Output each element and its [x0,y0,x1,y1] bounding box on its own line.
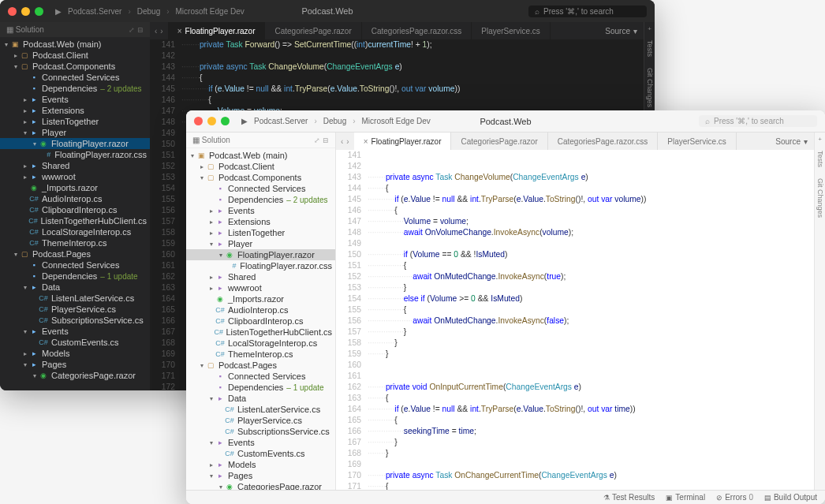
tree-item[interactable]: ▪Dependencies– 1 update [186,382,335,393]
errors-button[interactable]: ⊘Errors 0 [716,493,753,502]
editor-tab[interactable]: ×FloatingPlayer.razor [354,133,452,150]
pin-icon[interactable]: ⤢ ⊟ [129,26,144,34]
debug-browser[interactable]: Microsoft Edge Dev [362,117,431,125]
tree-item[interactable]: ▸▸Shared [0,160,150,171]
tree-item[interactable]: ▾▸Player [186,238,335,249]
source-dropdown[interactable]: Source ▾ [599,22,644,39]
tree-item[interactable]: ▾▢Podcast.Pages [0,248,150,259]
tree-item[interactable]: C#CustomEvents.cs [0,337,150,348]
tree-item[interactable]: C#PlayerService.cs [186,415,335,426]
tree-item[interactable]: ▪Connected Services [0,72,150,83]
close-tab-icon[interactable]: × [177,27,182,35]
tree-root[interactable]: ▾▣Podcast.Web (main) [186,150,335,161]
tests-tab[interactable]: Tests [816,147,824,170]
minimize-icon[interactable] [21,7,30,16]
editor-tab[interactable]: PlayerService.cs [472,22,550,39]
tree-item[interactable]: ▪Connected Services [0,259,150,271]
git-tab[interactable]: Git Changes [816,175,824,221]
tree-item[interactable]: ▸▸ListenTogether [0,116,150,127]
tree-item[interactable]: ▸▸wwwroot [0,171,150,182]
tab-nav[interactable]: ‹› [150,22,168,39]
terminal-button[interactable]: ▣Terminal [666,493,705,502]
close-icon[interactable] [8,7,17,16]
window-controls[interactable] [194,117,230,125]
tree-item[interactable]: ▾▸Player [0,127,150,138]
right-tool-rail[interactable]: + Tests Git Changes [814,133,825,490]
pin-icon[interactable]: ⤢ ⊟ [314,136,329,144]
minimize-icon[interactable] [207,117,216,125]
tree-item[interactable]: ◉_Imports.razor [0,182,150,193]
tree-item[interactable]: ▸▸wwwroot [186,282,335,293]
tree-item[interactable]: ▸▸Extensions [0,105,150,116]
tests-tab[interactable]: Tests [646,37,654,60]
tree-item[interactable]: C#CustomEvents.cs [186,448,335,459]
build-output-button[interactable]: ▤Build Output [764,493,817,502]
window-controls[interactable] [8,7,43,16]
debug-config[interactable]: Debug [137,7,160,16]
tree-item[interactable]: C#ListenTogetherHubClient.cs [186,327,335,338]
tree-item[interactable]: ▾▸Pages [186,470,335,481]
tree-item[interactable]: C#AudioInterop.cs [0,193,150,204]
editor-tab[interactable]: CategoriesPage.razor.css [548,133,659,150]
tree-item[interactable]: #FloatingPlayer.razor.css [186,260,335,271]
tree-item[interactable]: C#SubscriptionsService.cs [0,315,150,326]
tree-item[interactable]: C#ListenTogetherHubClient.cs [0,215,150,226]
tree-item[interactable]: ▾▢Podcast.Components [186,172,335,183]
code-editor[interactable]: 1411421431441451461471481491501511521531… [336,150,814,490]
tree-item[interactable]: ▪Dependencies– 2 updates [186,194,335,205]
tree-item[interactable]: ▸▢Podcast.Client [0,50,150,61]
tree-item[interactable]: ▾◉CategoriesPage.razor [186,481,335,490]
search-input[interactable]: ⌕ Press '⌘,' to search [699,115,817,127]
tree-item[interactable]: C#PlayerService.cs [0,304,150,315]
tree-item[interactable]: C#ClipboardInterop.cs [0,204,150,215]
tree-item[interactable]: ▸▸Shared [186,271,335,282]
tree-item[interactable]: C#SubscriptionsService.cs [186,426,335,437]
tree-item[interactable]: ▾▸Events [0,326,150,337]
maximize-icon[interactable] [35,7,43,16]
run-button[interactable]: ▶ [241,117,248,125]
tree-item[interactable]: ▾▢Podcast.Components [0,61,150,72]
tree-item[interactable]: ▾▸Pages [0,359,150,370]
tree-item[interactable]: ▸▸ListenTogether [186,227,335,238]
tree-item[interactable]: C#LocalStorageInterop.cs [0,226,150,237]
tree-item[interactable]: ▪Connected Services [186,183,335,194]
debug-target[interactable]: Podcast.Server [68,7,121,16]
editor-tab[interactable]: ×FloatingPlayer.razor [168,22,266,39]
tree-item[interactable]: ▪Dependencies– 2 updates [0,83,150,94]
debug-browser[interactable]: Microsoft Edge Dev [176,7,245,16]
code-area[interactable]: ········private async Task ChangeVolume(… [368,150,814,490]
source-dropdown[interactable]: Source ▾ [769,133,814,150]
debug-target[interactable]: Podcast.Server [254,117,308,125]
tree-item[interactable]: ▸▸Events [186,205,335,216]
close-icon[interactable] [194,117,203,125]
tree-item[interactable]: ▸▢Podcast.Client [186,161,335,172]
tree-item[interactable]: ▾▢Podcast.Pages [186,360,335,371]
solution-tree[interactable]: ▾▣Podcast.Web (main)▸▢Podcast.Client▾▢Po… [0,37,150,390]
tree-item[interactable]: ▾◉FloatingPlayer.razor [0,138,150,149]
tree-item[interactable]: C#AudioInterop.cs [186,304,335,315]
tree-item[interactable]: C#ListenLaterService.cs [0,293,150,304]
tree-item[interactable]: ▸▸Models [186,459,335,470]
tree-item[interactable]: ▾◉CategoriesPage.razor [0,370,150,381]
tree-item[interactable]: ▾▸Data [186,393,335,404]
maximize-icon[interactable] [221,117,230,125]
tree-item[interactable]: C#ListenLaterService.cs [186,404,335,415]
tree-item[interactable]: ▾▸Data [0,282,150,293]
editor-tab[interactable]: CategoriesPage.razor [265,22,361,39]
tree-item[interactable]: C#ThemeInterop.cs [186,349,335,360]
tree-item[interactable]: ▪Connected Services [186,371,335,382]
editor-tab[interactable]: CategoriesPage.razor.css [362,22,472,39]
editor-tab[interactable]: PlayerService.cs [658,133,736,150]
tree-item[interactable]: C#ThemeInterop.cs [0,237,150,248]
tree-item[interactable]: C#LocalStorageInterop.cs [186,338,335,349]
tree-item[interactable]: ▾▸Events [186,437,335,448]
tree-item[interactable]: ▸▸Events [0,94,150,105]
editor-tab[interactable]: CategoriesPage.razor [451,133,547,150]
test-results-button[interactable]: ⚗Test Results [603,493,655,502]
solution-tree[interactable]: ▾▣Podcast.Web (main)▸▢Podcast.Client▾▢Po… [186,148,335,490]
tree-item[interactable]: #FloatingPlayer.razor.css [0,149,150,160]
tree-item[interactable]: C#ClipboardInterop.cs [186,315,335,327]
git-tab[interactable]: Git Changes [646,65,654,110]
search-input[interactable]: ⌕ Press '⌘,' to search [528,6,647,17]
add-icon[interactable]: + [648,25,651,32]
